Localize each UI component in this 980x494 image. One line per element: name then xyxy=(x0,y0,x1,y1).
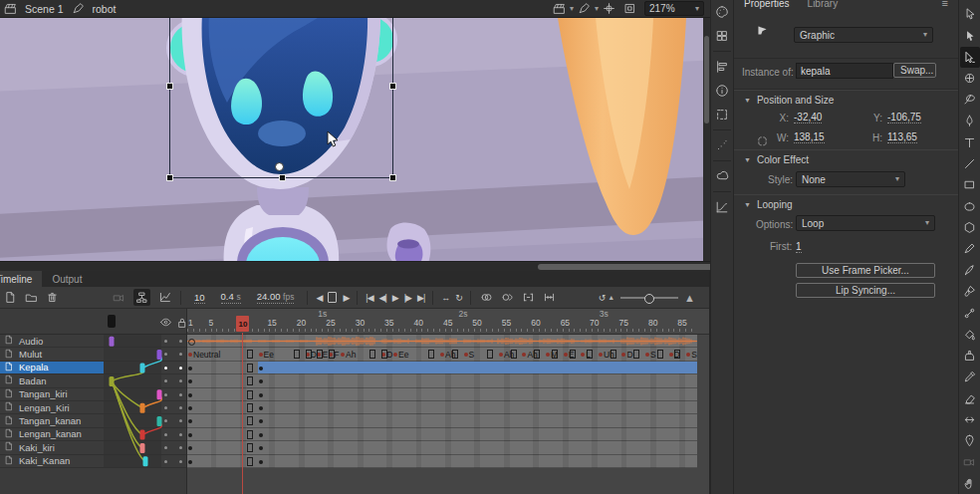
edit-multiple-frames-button[interactable] xyxy=(522,291,535,304)
x-position-value[interactable]: -32,40 xyxy=(794,112,822,124)
selection-box[interactable] xyxy=(169,18,393,178)
center-playhead-button[interactable]: ↔ xyxy=(441,293,449,303)
eraser-tool[interactable] xyxy=(960,387,980,408)
loop-playback-button[interactable]: ↻ xyxy=(455,293,462,303)
edit-symbols-button[interactable] xyxy=(578,2,591,15)
symbol-type-dropdown[interactable]: Graphic▾ xyxy=(794,27,933,43)
swap-button[interactable]: Swap... xyxy=(893,63,936,78)
selection-handle-bottom-left[interactable] xyxy=(166,174,173,181)
parenting-view-button[interactable] xyxy=(133,289,150,306)
next-frame-button[interactable]: |▶ xyxy=(404,293,411,303)
frame-row-Badan[interactable] xyxy=(187,374,697,387)
position-size-section-header[interactable]: ▼Position and Size xyxy=(734,90,958,109)
center-stage-button[interactable] xyxy=(603,2,615,15)
step-back-button[interactable]: ◀ xyxy=(316,293,322,303)
frame-row-Kepala[interactable] xyxy=(187,362,697,374)
camera-toggle-button[interactable] xyxy=(113,291,125,304)
insert-marker-button[interactable] xyxy=(328,292,337,303)
tab-timeline[interactable]: Timeline xyxy=(0,271,42,287)
step-forward-button[interactable]: ▶ xyxy=(343,293,349,303)
instance-name-field[interactable] xyxy=(796,63,893,79)
transformation-point[interactable] xyxy=(275,162,284,171)
show-hide-all-layers-icon[interactable] xyxy=(159,316,172,329)
zoom-level-select[interactable]: 217%▾ xyxy=(644,1,704,16)
asset-warp-tool[interactable] xyxy=(960,430,980,451)
selection-handle-bottom-right[interactable] xyxy=(389,174,396,181)
selection-handle-right[interactable] xyxy=(389,83,396,90)
classic-brush-tool[interactable] xyxy=(960,281,980,302)
panel-menu-icon[interactable]: ≡ xyxy=(942,0,948,9)
brush-library-panel-icon[interactable] xyxy=(711,133,733,157)
frame-row-Kaki_Kanan[interactable] xyxy=(187,455,697,468)
rectangle-tool[interactable] xyxy=(960,174,980,195)
selection-handle-bottom-center[interactable] xyxy=(279,174,286,181)
tab-library[interactable]: Library xyxy=(808,0,839,9)
current-frame-indicator[interactable]: 10 xyxy=(194,292,205,304)
frame-area[interactable]: 15101520253035404550556065707580851s2s3s… xyxy=(187,309,709,494)
eyedropper-tool[interactable] xyxy=(960,367,980,387)
frame-row-Lengan_Kiri[interactable] xyxy=(187,401,697,414)
frame-row-Audio[interactable] xyxy=(187,335,697,348)
oval-tool[interactable] xyxy=(960,196,980,217)
clip-content-button[interactable] xyxy=(623,2,636,15)
tab-properties[interactable]: Properties xyxy=(744,0,790,9)
lock-aspect-ratio-icon[interactable] xyxy=(756,134,769,147)
paint-bucket-tool[interactable] xyxy=(960,324,980,345)
zoom-in-frames-icon[interactable]: ▲ xyxy=(684,292,695,304)
info-panel-icon[interactable] xyxy=(711,79,733,103)
motion-editor-panel-icon[interactable] xyxy=(711,195,733,219)
color-panel-icon[interactable] xyxy=(711,0,733,24)
timeline-zoom-slider[interactable] xyxy=(620,297,678,299)
use-frame-picker-button[interactable]: Use Frame Picker... xyxy=(796,263,935,278)
height-value[interactable]: 113,65 xyxy=(887,131,917,143)
playhead-marker[interactable]: 10 xyxy=(236,316,249,332)
line-tool[interactable] xyxy=(960,153,980,174)
color-effect-section-header[interactable]: ▼Color Effect xyxy=(734,149,958,168)
onion-skin-button[interactable] xyxy=(480,291,493,304)
new-layer-button[interactable] xyxy=(4,291,17,304)
edit-scene-button[interactable] xyxy=(553,2,566,15)
stage-horizontal-scrollbar[interactable] xyxy=(0,261,710,271)
transform-panel-icon[interactable] xyxy=(711,103,733,126)
frame-row-Mulut[interactable]: NeutralEeDEFAhDEeAhSAhAhMELUhDSDS xyxy=(187,348,697,361)
swatches-panel-icon[interactable] xyxy=(711,24,733,48)
new-folder-button[interactable] xyxy=(25,291,38,304)
stage-canvas[interactable] xyxy=(0,18,710,261)
selection-handle-left[interactable] xyxy=(166,83,173,90)
onion-skin-outline-button[interactable] xyxy=(501,291,514,304)
first-frame-value[interactable]: 1 xyxy=(796,241,802,253)
modify-markers-button[interactable] xyxy=(543,291,556,304)
frame-row-Tangan_kiri[interactable] xyxy=(187,388,697,401)
reset-timeline-zoom-button[interactable]: ↺ xyxy=(599,293,606,303)
align-panel-icon[interactable] xyxy=(711,55,733,79)
width-tool[interactable] xyxy=(960,408,980,429)
previous-frame-button[interactable]: ◀| xyxy=(379,293,386,303)
orange-cone-shape[interactable] xyxy=(558,18,686,235)
hand-tool[interactable] xyxy=(960,473,980,494)
camera-tool[interactable] xyxy=(960,451,980,472)
lasso-tool[interactable] xyxy=(960,90,980,111)
breadcrumb-scene[interactable]: Scene 1 xyxy=(25,3,64,15)
looping-options-dropdown[interactable]: Loop▾ xyxy=(796,215,935,231)
lip-syncing-button[interactable]: Lip Syncing... xyxy=(796,283,935,298)
text-tool[interactable] xyxy=(960,131,980,152)
frame-row-Tangan_kanan[interactable] xyxy=(187,414,697,427)
looping-section-header[interactable]: ▼Looping xyxy=(734,194,958,213)
pencil-tool[interactable] xyxy=(960,238,980,259)
go-to-last-frame-button[interactable]: ▶| xyxy=(417,293,424,303)
delete-layer-button[interactable] xyxy=(46,291,59,304)
tab-output[interactable]: Output xyxy=(42,271,92,287)
play-button[interactable]: ▶ xyxy=(392,293,398,303)
polygon-tool[interactable] xyxy=(960,217,980,238)
stage-vertical-scrollbar[interactable] xyxy=(703,18,710,261)
graph-editor-button[interactable] xyxy=(158,291,171,304)
selection-tool[interactable] xyxy=(960,4,980,25)
free-transform-tool[interactable] xyxy=(960,47,980,68)
frame-row-Kaki_kiri[interactable] xyxy=(187,441,697,454)
frame-row-Lengan_kanan[interactable] xyxy=(187,428,697,441)
timeline-ruler[interactable]: 15101520253035404550556065707580851s2s3s xyxy=(187,309,709,335)
zoom-out-frames-icon[interactable]: ▲ xyxy=(608,294,614,301)
fluid-brush-tool[interactable] xyxy=(960,260,980,281)
subselection-tool[interactable] xyxy=(960,25,980,46)
color-style-dropdown[interactable]: None▾ xyxy=(796,171,905,187)
